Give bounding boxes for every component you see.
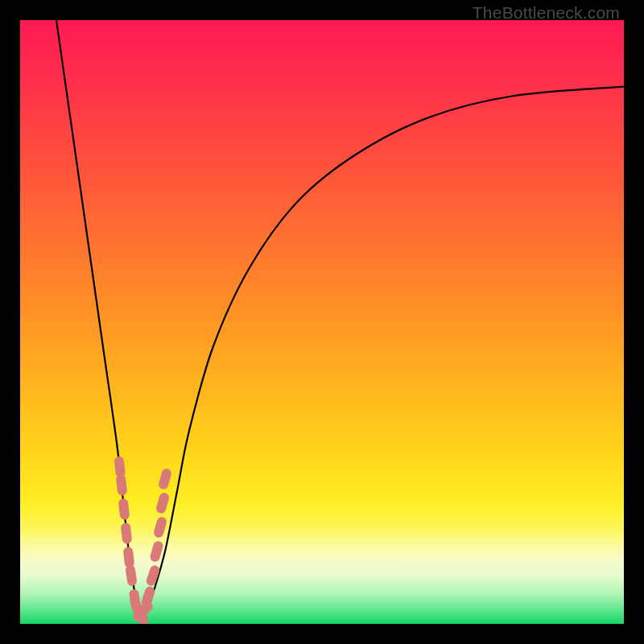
watermark-text: TheBottleneck.com	[473, 3, 620, 23]
marker-pill	[155, 492, 171, 514]
marker-pill	[158, 468, 173, 490]
marker-pill	[153, 516, 168, 539]
marker-pill	[114, 456, 126, 477]
marker-pill	[116, 474, 128, 496]
marker-pill	[123, 547, 135, 568]
bottleneck-curve	[20, 20, 624, 624]
curve-line	[56, 20, 624, 618]
plot-area	[20, 20, 624, 624]
marker-pill	[118, 498, 130, 520]
marker-pill	[140, 585, 156, 608]
marker-cluster	[114, 456, 172, 624]
chart-container: TheBottleneck.com	[0, 0, 644, 644]
marker-pill	[149, 540, 164, 563]
marker-pill	[125, 564, 138, 586]
marker-pill	[121, 522, 133, 544]
